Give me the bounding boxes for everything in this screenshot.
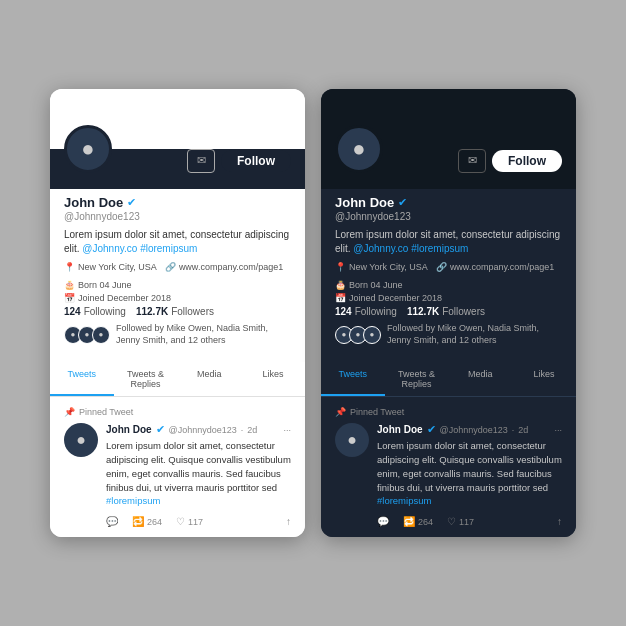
joined-light: 📅 Joined December 2018 [64, 293, 171, 303]
website-dark: 🔗 www.company.com/page1 [436, 262, 554, 272]
tweet-tag-light[interactable]: #loremipsum [106, 495, 160, 506]
verified-icon-light: ✔ [127, 196, 136, 209]
profile-row-light: ● ✉ Follow [64, 149, 291, 173]
born-icon-dark: 🎂 [335, 280, 346, 290]
reply-icon-light: 💬 [106, 516, 118, 527]
bio-link2-light[interactable]: #loremipsum [140, 243, 197, 254]
website-light: 🔗 www.company.com/page1 [165, 262, 283, 272]
followers-row-light: ● ● ● Followed by Mike Owen, Nadia Smith… [64, 323, 291, 346]
retweet-icon-dark: 🔁 [403, 516, 415, 527]
handle-light: @Johnnydoe123 [64, 211, 291, 222]
tabs-dark: Tweets Tweets & Replies Media Likes [321, 362, 576, 397]
avatar-light: ● [64, 125, 112, 173]
bio-light: Lorem ipsum dolor sit amet, consectetur … [64, 228, 291, 256]
like-count-dark: 117 [459, 517, 474, 527]
mail-icon-light: ✉ [197, 154, 206, 167]
follow-button-dark[interactable]: Follow [492, 150, 562, 172]
tweet-time-light: · [241, 425, 244, 435]
share-icon-dark: ↑ [557, 516, 562, 527]
mail-icon-dark: ✉ [468, 154, 477, 167]
follow-button-light[interactable]: Follow [221, 150, 291, 172]
tweet-name-light: John Doe [106, 424, 152, 435]
action-row-dark: ✉ Follow [458, 149, 562, 173]
tweet-time-val-dark: 2d [518, 425, 528, 435]
follower-avatar-3-light: ● [92, 326, 110, 344]
tweet-user-icon-dark: ● [347, 431, 357, 449]
tweet-verified-light: ✔ [156, 423, 165, 436]
meta-row-dark: 📍 New York City, USA 🔗 www.company.com/p… [335, 262, 562, 290]
tweet-more-dark[interactable]: ··· [554, 425, 562, 435]
location-icon-dark: 📍 [335, 262, 346, 272]
reply-action-light[interactable]: 💬 [106, 516, 118, 527]
reply-icon-dark: 💬 [377, 516, 389, 527]
following-stat-light: 124 Following [64, 306, 126, 317]
tab-replies-light[interactable]: Tweets & Replies [114, 362, 178, 396]
like-action-dark[interactable]: ♡ 117 [447, 516, 474, 527]
avatar-dark: ● [335, 125, 383, 173]
followers-stat-light: 112.7K Followers [136, 306, 214, 317]
pinned-label-dark: 📌 Pinned Tweet [335, 407, 562, 417]
retweet-count-light: 264 [147, 517, 162, 527]
tab-replies-dark[interactable]: Tweets & Replies [385, 362, 449, 396]
tab-likes-light[interactable]: Likes [241, 362, 305, 396]
born-light: 🎂 Born 04 June [64, 280, 132, 290]
bio-link2-dark[interactable]: #loremipsum [411, 243, 468, 254]
tab-media-dark[interactable]: Media [449, 362, 513, 396]
follower-avatar-3-dark: ● [363, 326, 381, 344]
calendar-icon-light: 📅 [64, 293, 75, 303]
tweet-time-dark: · [512, 425, 515, 435]
tweet-row-dark: ● John Doe ✔ @Johnnydoe123 · 2d ··· Lore… [335, 423, 562, 527]
tab-tweets-light[interactable]: Tweets [50, 362, 114, 396]
profile-section-dark: ● ✉ Follow [321, 149, 576, 189]
joined-row-dark: 📅 Joined December 2018 [335, 293, 562, 303]
tab-tweets-dark[interactable]: Tweets [321, 362, 385, 396]
followers-row-dark: ● ● ● Followed by Mike Owen, Nadia Smith… [335, 323, 562, 346]
reply-action-dark[interactable]: 💬 [377, 516, 389, 527]
like-action-light[interactable]: ♡ 117 [176, 516, 203, 527]
link-icon-dark: 🔗 [436, 262, 447, 272]
link-icon-light: 🔗 [165, 262, 176, 272]
bio-link1-light[interactable]: @Johnny.co [82, 243, 137, 254]
tweet-more-light[interactable]: ··· [283, 425, 291, 435]
profile-section-light: ● ✉ Follow [50, 149, 305, 189]
tweet-content-light: John Doe ✔ @Johnnydoe123 · 2d ··· Lorem … [106, 423, 291, 527]
mail-button-dark[interactable]: ✉ [458, 149, 486, 173]
user-icon-light: ● [81, 136, 94, 162]
retweet-count-dark: 264 [418, 517, 433, 527]
followers-stat-dark: 112.7K Followers [407, 306, 485, 317]
born-dark: 🎂 Born 04 June [335, 280, 403, 290]
follower-avatars-dark: ● ● ● [335, 326, 381, 344]
tweet-body-dark: Lorem ipsum dolor sit amet, consectetur … [377, 439, 562, 508]
share-action-dark[interactable]: ↑ [557, 516, 562, 527]
tweet-name-dark: John Doe [377, 424, 423, 435]
like-icon-light: ♡ [176, 516, 185, 527]
tab-likes-dark[interactable]: Likes [512, 362, 576, 396]
joined-dark: 📅 Joined December 2018 [335, 293, 442, 303]
share-icon-light: ↑ [286, 516, 291, 527]
tweet-actions-dark: 💬 🔁 264 ♡ 117 ↑ [377, 516, 562, 527]
calendar-icon-dark: 📅 [335, 293, 346, 303]
tweet-area-dark: 📌 Pinned Tweet ● John Doe ✔ @Johnnydoe12… [321, 397, 576, 537]
share-action-light[interactable]: ↑ [286, 516, 291, 527]
tweet-header-light: John Doe ✔ @Johnnydoe123 · 2d ··· [106, 423, 291, 436]
tab-media-light[interactable]: Media [178, 362, 242, 396]
retweet-icon-light: 🔁 [132, 516, 144, 527]
name-row-dark: John Doe ✔ [335, 195, 562, 210]
handle-dark: @Johnnydoe123 [335, 211, 562, 222]
bio-link1-dark[interactable]: @Johnny.co [353, 243, 408, 254]
tweet-header-dark: John Doe ✔ @Johnnydoe123 · 2d ··· [377, 423, 562, 436]
retweet-action-dark[interactable]: 🔁 264 [403, 516, 433, 527]
tweet-content-dark: John Doe ✔ @Johnnydoe123 · 2d ··· Lorem … [377, 423, 562, 527]
tweet-handle-light: @Johnnydoe123 [169, 425, 237, 435]
mail-button-light[interactable]: ✉ [187, 149, 215, 173]
user-name-light: John Doe [64, 195, 123, 210]
stats-row-light: 124 Following 112.7K Followers [64, 306, 291, 317]
tweet-row-light: ● John Doe ✔ @Johnnydoe123 · 2d ··· Lore… [64, 423, 291, 527]
tweet-body-light: Lorem ipsum dolor sit amet, consectetur … [106, 439, 291, 508]
follower-avatars-light: ● ● ● [64, 326, 110, 344]
like-count-light: 117 [188, 517, 203, 527]
tweet-avatar-light: ● [64, 423, 98, 457]
retweet-action-light[interactable]: 🔁 264 [132, 516, 162, 527]
tweet-tag-dark[interactable]: #loremipsum [377, 495, 431, 506]
followed-by-light: Followed by Mike Owen, Nadia Smith, Jenn… [116, 323, 291, 346]
